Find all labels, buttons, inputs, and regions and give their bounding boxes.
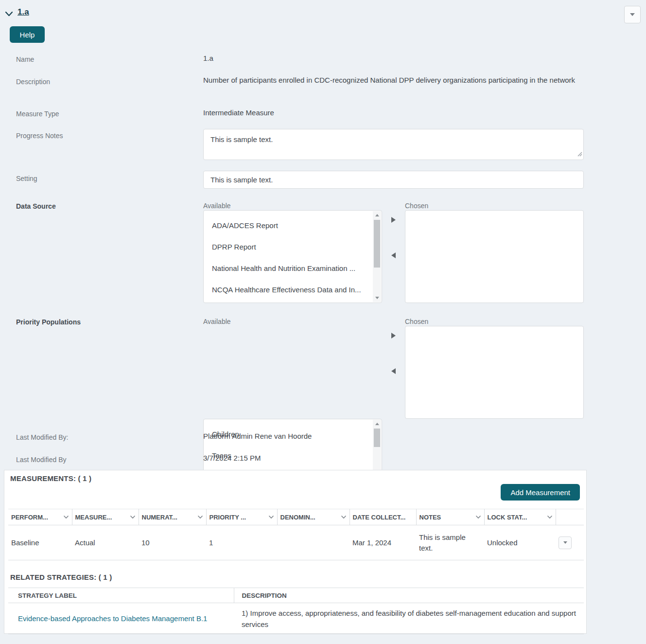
- move-right-icon[interactable]: [391, 217, 396, 223]
- data-source-chosen-label: Chosen: [405, 202, 428, 210]
- collapse-chevron-icon[interactable]: [5, 10, 13, 18]
- column-header-notes[interactable]: NOTES: [416, 509, 484, 525]
- column-header-measure[interactable]: MEASURE...: [72, 509, 139, 525]
- measurement-row: Baseline Actual 10 1 Mar 1, 2024 This is…: [8, 525, 584, 560]
- caret-down-icon: [563, 541, 567, 544]
- data-source-chosen-listbox[interactable]: [405, 210, 584, 303]
- priority-populations-chosen-label: Chosen: [405, 318, 428, 325]
- related-strategies-header-row: STRATEGY LABEL DESCRIPTION: [8, 588, 584, 603]
- column-header-lock-status[interactable]: LOCK STAT...: [484, 509, 556, 525]
- data-source-label: Data Source: [16, 202, 56, 210]
- move-left-icon[interactable]: [391, 252, 396, 258]
- sort-chevron-icon: [547, 515, 553, 519]
- measurements-table: PERFORM... MEASURE... NUMERAT... PRIORIT…: [8, 509, 584, 560]
- strategy-label-cell: Evidence-based Approaches to Diabetes Ma…: [8, 603, 234, 634]
- add-measurement-button[interactable]: Add Measurement: [501, 484, 580, 501]
- sort-chevron-icon: [130, 515, 136, 519]
- column-header-denominator[interactable]: DENOMIN...: [277, 509, 349, 525]
- help-button[interactable]: Help: [10, 26, 45, 43]
- resize-grip-icon[interactable]: [577, 150, 582, 159]
- measure-type-label: Measure Type: [16, 110, 59, 118]
- list-item[interactable]: National Health and Nutrition Examinatio…: [204, 258, 369, 279]
- name-label: Name: [16, 55, 34, 63]
- related-strategies-title: RELATED STRATEGIES: ( 1 ): [10, 573, 112, 581]
- measurements-header-row: PERFORM... MEASURE... NUMERAT... PRIORIT…: [8, 509, 584, 525]
- notes-cell: This is sample text.: [416, 525, 484, 560]
- scrollbar-thumb[interactable]: [374, 220, 380, 268]
- list-item[interactable]: DPRP Report: [204, 236, 369, 258]
- column-header-performance-period[interactable]: PERFORM...: [8, 509, 72, 525]
- measure-cell: Actual: [72, 525, 139, 560]
- priority-populations-chosen-listbox[interactable]: [405, 326, 584, 419]
- scrollbar[interactable]: [373, 211, 381, 302]
- scroll-down-icon[interactable]: [373, 294, 381, 302]
- last-modified-by-name-value: Platform Admin Rene van Hoorde: [203, 430, 312, 442]
- column-header-date-collected[interactable]: DATE COLLECT...: [349, 509, 416, 525]
- move-right-icon[interactable]: [391, 333, 396, 339]
- sort-chevron-icon: [475, 515, 481, 519]
- row-actions-dropdown-button[interactable]: [559, 537, 572, 549]
- row-actions-cell: [556, 525, 584, 560]
- last-modified-by-name-label: Last Modified By:: [16, 433, 68, 441]
- setting-input[interactable]: [203, 171, 584, 189]
- name-value: 1.a: [203, 53, 213, 64]
- last-modified-by-date-label: Last Modified By: [16, 456, 67, 464]
- priority-populations-available-label: Available: [203, 318, 231, 325]
- scroll-up-icon[interactable]: [373, 420, 381, 428]
- move-left-icon[interactable]: [391, 368, 396, 374]
- measure-title-link[interactable]: 1.a: [17, 7, 29, 17]
- column-header-actions: [556, 509, 584, 525]
- sort-chevron-icon: [268, 515, 274, 519]
- strategy-description-cell: 1) Improve access, appropriateness, and …: [234, 603, 584, 634]
- scroll-up-icon[interactable]: [373, 211, 381, 219]
- column-header-strategy-label: STRATEGY LABEL: [8, 588, 234, 603]
- column-header-description: DESCRIPTION: [234, 588, 584, 603]
- description-label: Description: [16, 78, 50, 86]
- measure-detail-page: 1.a Help Name 1.a Description Number of …: [0, 0, 646, 644]
- numerator-cell: 10: [139, 525, 206, 560]
- list-item[interactable]: ADA/ADCES Report: [204, 215, 369, 236]
- list-item[interactable]: NCQA Healthcare Effectiveness Data and I…: [204, 279, 369, 301]
- progress-notes-label: Progress Notes: [16, 132, 63, 140]
- measurements-panel: MEASUREMENTS: ( 1 ) Add Measurement PERF…: [4, 470, 587, 634]
- performance-period-cell: Baseline: [8, 525, 72, 560]
- page-actions-dropdown-button[interactable]: [624, 6, 641, 23]
- column-header-numerator[interactable]: NUMERAT...: [139, 509, 206, 525]
- sort-chevron-icon: [341, 515, 347, 519]
- data-source-available-listbox[interactable]: ADA/ADCES Report DPRP Report National He…: [203, 210, 382, 303]
- strategy-link[interactable]: Evidence-based Approaches to Diabetes Ma…: [18, 614, 207, 623]
- description-value: Number of participants enrolled in CDC-r…: [203, 74, 584, 86]
- last-modified-by-date-value: 3/7/2024 2:15 PM: [203, 452, 261, 464]
- measure-type-value: Intermediate Measure: [203, 107, 274, 118]
- column-header-priority[interactable]: PRIORITY ...: [206, 509, 277, 525]
- sort-chevron-icon: [197, 515, 203, 519]
- measurements-title: MEASUREMENTS: ( 1 ): [10, 474, 91, 483]
- setting-label: Setting: [16, 175, 37, 182]
- scrollbar-thumb[interactable]: [374, 429, 380, 447]
- caret-down-icon: [630, 13, 635, 16]
- date-collected-cell: Mar 1, 2024: [349, 525, 416, 560]
- progress-notes-wrapper: This is sample text.: [203, 129, 584, 160]
- progress-notes-textarea[interactable]: This is sample text.: [203, 129, 584, 160]
- sort-chevron-icon: [63, 515, 69, 519]
- related-strategies-table: STRATEGY LABEL DESCRIPTION Evidence-base…: [8, 588, 584, 634]
- lock-status-cell: Unlocked: [484, 525, 556, 560]
- related-strategy-row: Evidence-based Approaches to Diabetes Ma…: [8, 603, 584, 634]
- priority-populations-label: Priority Populations: [16, 318, 81, 326]
- denominator-cell: [277, 525, 349, 560]
- priority-cell: 1: [206, 525, 277, 560]
- data-source-available-label: Available: [203, 202, 231, 210]
